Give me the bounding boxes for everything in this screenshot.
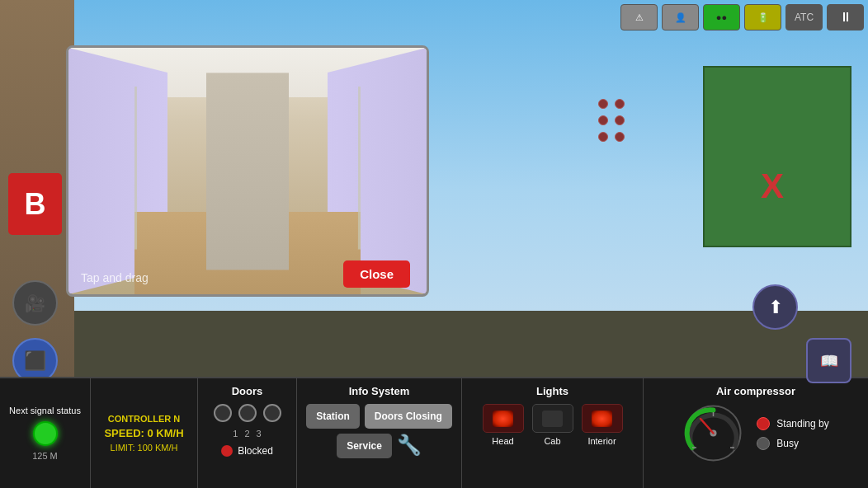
game-view: X B 🎥 ⬛ ⬆ 📖 [0, 0, 868, 488]
gauge-container: Standing by Busy [682, 402, 828, 464]
blocked-label: Blocked [238, 445, 273, 457]
wrench-icon: 🔧 [397, 434, 422, 458]
interior-view[interactable] [68, 48, 427, 294]
head-light-control: Head [483, 404, 524, 446]
map-button[interactable]: 📖 [806, 338, 851, 383]
standing-by-label: Standing by [776, 418, 828, 429]
person-button[interactable]: 👤 [662, 4, 699, 30]
compass-icon: ⬆ [768, 297, 783, 318]
cab-dot [598, 115, 608, 125]
cab-dot [615, 99, 625, 109]
interior-light-glow [592, 411, 612, 427]
warning-button[interactable]: ⚠ [620, 4, 658, 30]
door-1-indicator [214, 404, 232, 422]
door-num-1: 1 [233, 429, 238, 439]
x-mark: X [761, 167, 784, 206]
limit-display: LIMIT: 100 KM/H [111, 443, 178, 453]
door-blocked-status: Blocked [221, 445, 273, 457]
cab-light-display [542, 411, 563, 427]
dashboard: Next signal status 125 M CONTROLLER N SP… [0, 377, 868, 488]
pressure-gauge [682, 402, 744, 464]
busy-dot [757, 437, 770, 450]
doors-title: Doors [232, 385, 263, 397]
head-light-label: Head [492, 436, 513, 446]
busy-status: Busy [757, 437, 828, 450]
b-label: B [25, 187, 46, 222]
signal-status-panel: Next signal status 125 M [0, 378, 91, 488]
battery-button[interactable]: 🔋 [744, 4, 781, 30]
background-building: X [703, 66, 851, 247]
door-num-2: 2 [244, 429, 249, 439]
compressor-panel: Air compressor [644, 378, 868, 488]
head-light-indicator[interactable] [483, 404, 524, 433]
top-hud: ⚠ 👤 ●● 🔋 ATC ⏸ [620, 4, 864, 30]
interior-popup: Tap and drag Close [66, 45, 429, 297]
cab-light-control: Cab [532, 404, 573, 446]
cab-dot [615, 132, 625, 142]
cab-light-label: Cab [544, 436, 560, 446]
info-buttons: Station Doors Closing Service 🔧 [301, 404, 457, 458]
lights-panel: Lights Head Cab [462, 378, 644, 488]
door-indicators [214, 404, 281, 422]
info-system-panel: Info System Station Doors Closing Servic… [297, 378, 462, 488]
interior-light-label: Interior [587, 436, 616, 446]
cab-dots [598, 99, 625, 142]
station-button[interactable]: Station [306, 404, 360, 429]
handrail-left [134, 87, 137, 250]
doors-closing-button[interactable]: Doors Closing [365, 404, 452, 429]
interior-light-control: Interior [582, 404, 623, 446]
door-3-indicator [263, 404, 281, 422]
info-system-title: Info System [349, 385, 410, 397]
cab-dot [598, 99, 608, 109]
door-numbers: 1 2 3 [233, 429, 261, 439]
camera-active-button[interactable]: ●● [703, 4, 740, 30]
compressor-title: Air compressor [716, 385, 795, 397]
interior-light-indicator[interactable] [582, 404, 623, 433]
track-area [74, 311, 868, 377]
cab-dot [615, 115, 625, 125]
signal-distance: 125 M [32, 451, 58, 461]
interior-center-aisle [206, 73, 289, 270]
head-light-glow [493, 411, 513, 427]
pause-button[interactable]: ⏸ [827, 4, 864, 30]
lights-title: Lights [536, 385, 568, 397]
gauge-svg [682, 402, 744, 464]
camera-button[interactable]: 🎥 [12, 280, 58, 326]
busy-label: Busy [776, 438, 799, 449]
cab-light-indicator[interactable] [532, 404, 573, 433]
controller-label: CONTROLLER N [108, 414, 180, 424]
controller-panel: CONTROLLER N SPEED: 0 KM/H LIMIT: 100 KM… [91, 378, 198, 488]
atc-button[interactable]: ATC [785, 4, 823, 30]
close-popup-button[interactable]: Close [343, 260, 410, 288]
door-num-3: 3 [257, 429, 262, 439]
tap-drag-label: Tap and drag [81, 271, 149, 284]
handrail-right [358, 87, 361, 250]
speed-display: SPEED: 0 KM/H [104, 427, 183, 439]
signal-light-green [33, 421, 58, 446]
standing-by-dot [757, 417, 770, 430]
signal-status-title: Next signal status [9, 406, 81, 416]
nav-compass-button[interactable]: ⬆ [752, 284, 798, 330]
standing-by-status: Standing by [757, 417, 828, 430]
compressor-status-indicators: Standing by Busy [757, 417, 828, 450]
door-2-indicator [238, 404, 257, 422]
lights-controls: Head Cab Interior [483, 404, 623, 446]
service-button[interactable]: Service [337, 434, 392, 458]
blocked-indicator [221, 445, 233, 457]
left-panel: B 🎥 ⬛ [0, 0, 74, 379]
cab-dot [598, 132, 608, 142]
b-indicator: B [8, 173, 62, 235]
doors-panel: Doors 1 2 3 Blocked [198, 378, 297, 488]
